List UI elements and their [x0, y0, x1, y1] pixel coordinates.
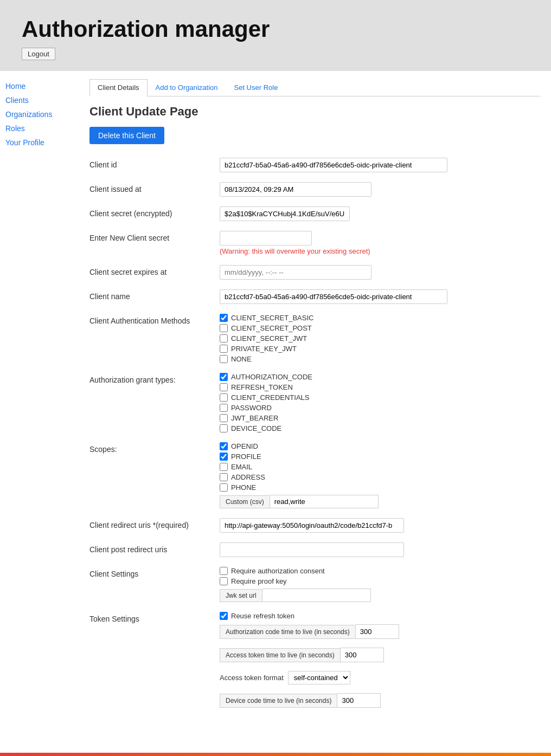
scopes-checkboxes: OPENID PROFILE EMAIL ADDRESS [220, 442, 540, 492]
client-secret-expires-label: Client secret expires at [89, 265, 220, 276]
reuse-refresh-token-checkbox[interactable] [220, 612, 228, 620]
grant-type-device-code[interactable]: DEVICE_CODE [220, 424, 540, 432]
sidebar-item-home[interactable]: Home [5, 79, 79, 93]
tab-add-to-organization[interactable]: Add to Organization [148, 79, 226, 96]
grant-type-jwt-bearer-checkbox[interactable] [220, 414, 228, 422]
grant-type-password-checkbox[interactable] [220, 404, 228, 412]
sidebar-item-organizations[interactable]: Organizations [5, 107, 79, 121]
new-client-secret-input[interactable] [220, 231, 312, 245]
client-secret-expires-row: Client secret expires at [89, 265, 540, 280]
grant-types-field: AUTHORIZATION_CODE REFRESH_TOKEN CLIENT_… [220, 373, 540, 432]
client-issued-at-row: Client issued at [89, 182, 540, 197]
new-client-secret-warning: (Warning: this will overwrite your exist… [220, 247, 540, 255]
scopes-label: Scopes: [89, 442, 220, 454]
sidebar: Home Clients Organizations Roles Your Pr… [0, 76, 84, 733]
client-issued-at-label: Client issued at [89, 182, 220, 193]
grant-type-password[interactable]: PASSWORD [220, 404, 540, 412]
post-redirect-uris-row: Client post redirect uris [89, 542, 540, 557]
auth-code-ttl-label: Authorization code time to live (in seco… [220, 625, 356, 639]
scope-profile[interactable]: PROFILE [220, 453, 540, 461]
access-token-ttl-label: Access token time to live (in seconds) [220, 648, 341, 662]
device-code-ttl-input[interactable] [337, 693, 381, 708]
client-secret-encrypted-label: Client secret (encrypted) [89, 206, 220, 218]
auth-methods-row: Client Authentication Methods CLIENT_SEC… [89, 314, 540, 363]
scope-phone[interactable]: PHONE [220, 483, 540, 492]
auth-method-client-secret-jwt-checkbox[interactable] [220, 334, 228, 343]
redirect-uris-input[interactable] [220, 518, 404, 533]
auth-method-private-key-jwt[interactable]: PRIVATE_KEY_JWT [220, 345, 540, 353]
grant-type-authorization-code[interactable]: AUTHORIZATION_CODE [220, 373, 540, 381]
tab-set-user-role[interactable]: Set User Role [226, 79, 286, 96]
auth-method-private-key-jwt-checkbox[interactable] [220, 345, 228, 353]
scopes-row: Scopes: OPENID PROFILE EMAIL [89, 442, 540, 508]
grant-types-row: Authorization grant types: AUTHORIZATION… [89, 373, 540, 432]
client-name-row: Client name [89, 289, 540, 304]
redirect-uris-label: Client redirect uris *(required) [89, 518, 220, 529]
auth-method-client-secret-basic[interactable]: CLIENT_SECRET_BASIC [220, 314, 540, 322]
post-redirect-uris-label: Client post redirect uris [89, 542, 220, 554]
logout-button[interactable]: Logout [22, 48, 55, 60]
auth-method-client-secret-jwt[interactable]: CLIENT_SECRET_JWT [220, 334, 540, 343]
scope-address[interactable]: ADDRESS [220, 473, 540, 481]
auth-code-ttl-row: Authorization code time to live (in seco… [220, 624, 540, 639]
sidebar-item-clients[interactable]: Clients [5, 93, 79, 107]
scope-address-checkbox[interactable] [220, 473, 228, 481]
jwk-set-url-input[interactable] [262, 589, 371, 602]
client-settings-field: Require authorization consent Require pr… [220, 567, 540, 602]
client-name-input[interactable] [220, 289, 447, 304]
client-issued-at-field [220, 182, 540, 197]
redirect-uris-row: Client redirect uris *(required) [89, 518, 540, 533]
auth-method-client-secret-post[interactable]: CLIENT_SECRET_POST [220, 324, 540, 332]
auth-method-client-secret-basic-checkbox[interactable] [220, 314, 228, 322]
client-name-field [220, 289, 540, 304]
token-settings-row: Token Settings Reuse refresh token Autho… [89, 612, 540, 712]
auth-method-none-checkbox[interactable] [220, 355, 228, 363]
require-proof-key[interactable]: Require proof key [220, 577, 540, 585]
access-token-format-row: Access token format self-contained refer… [220, 671, 540, 684]
scope-email[interactable]: EMAIL [220, 463, 540, 471]
grant-type-jwt-bearer[interactable]: JWT_BEARER [220, 414, 540, 422]
client-secret-encrypted-row: Client secret (encrypted) [89, 206, 540, 221]
client-settings-checkboxes: Require authorization consent Require pr… [220, 567, 540, 585]
scope-openid-checkbox[interactable] [220, 442, 228, 450]
sidebar-item-roles[interactable]: Roles [5, 121, 79, 135]
client-name-label: Client name [89, 289, 220, 301]
tab-bar: Client Details Add to Organization Set U… [89, 79, 540, 96]
reuse-refresh-token[interactable]: Reuse refresh token [220, 612, 540, 620]
grant-type-refresh-token-checkbox[interactable] [220, 383, 228, 391]
custom-csv-input[interactable] [270, 495, 379, 508]
post-redirect-uris-input[interactable] [220, 542, 404, 557]
post-redirect-uris-field [220, 542, 540, 557]
client-issued-at-input[interactable] [220, 182, 371, 197]
tab-client-details[interactable]: Client Details [89, 79, 148, 96]
delete-client-button[interactable]: Delete this Client [89, 127, 164, 144]
grant-type-client-credentials-checkbox[interactable] [220, 393, 228, 402]
access-token-format-select[interactable]: self-contained reference [288, 671, 350, 684]
grant-type-client-credentials[interactable]: CLIENT_CREDENTIALS [220, 393, 540, 402]
client-secret-encrypted-input[interactable] [220, 206, 350, 221]
client-id-input[interactable] [220, 158, 447, 172]
client-settings-label: Client Settings [89, 567, 220, 578]
scope-openid[interactable]: OPENID [220, 442, 540, 450]
grant-type-device-code-checkbox[interactable] [220, 424, 228, 432]
custom-csv-label: Custom (csv) [220, 495, 270, 508]
token-settings-field: Reuse refresh token Authorization code t… [220, 612, 540, 712]
grant-type-refresh-token[interactable]: REFRESH_TOKEN [220, 383, 540, 391]
new-client-secret-field: (Warning: this will overwrite your exist… [220, 231, 540, 255]
grant-type-authorization-code-checkbox[interactable] [220, 373, 228, 381]
access-token-ttl-input[interactable] [341, 648, 384, 662]
require-auth-consent[interactable]: Require authorization consent [220, 567, 540, 575]
scope-phone-checkbox[interactable] [220, 483, 228, 492]
scope-profile-checkbox[interactable] [220, 453, 228, 461]
client-secret-encrypted-field [220, 206, 540, 221]
sidebar-item-your-profile[interactable]: Your Profile [5, 135, 79, 150]
require-auth-consent-checkbox[interactable] [220, 567, 228, 575]
auth-method-none[interactable]: NONE [220, 355, 540, 363]
auth-method-client-secret-post-checkbox[interactable] [220, 324, 228, 332]
app-title: Authorization manager [22, 16, 529, 42]
scope-email-checkbox[interactable] [220, 463, 228, 471]
new-client-secret-label: Enter New Client secret [89, 231, 220, 242]
auth-code-ttl-input[interactable] [356, 624, 399, 639]
require-proof-key-checkbox[interactable] [220, 577, 228, 585]
client-secret-expires-input[interactable] [220, 265, 371, 280]
